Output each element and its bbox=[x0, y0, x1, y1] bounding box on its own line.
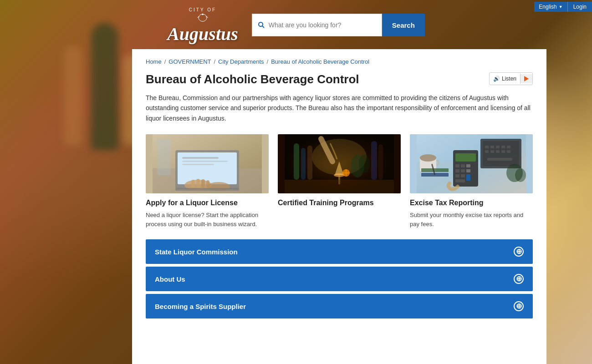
cards-row: Apply for a Liquor License Need a liquor… bbox=[146, 134, 533, 228]
svg-rect-31 bbox=[285, 180, 394, 193]
accordion-icon-1: ⊕ bbox=[514, 274, 524, 284]
listen-button[interactable]: 🔊 Listen bbox=[489, 72, 533, 85]
svg-point-30 bbox=[359, 155, 370, 173]
site-logo[interactable]: CITY OF Augustus bbox=[167, 7, 238, 43]
breadcrumb-home[interactable]: Home bbox=[146, 58, 162, 65]
card-excise-tax[interactable]: Excise Tax Reporting Submit your monthly… bbox=[410, 134, 533, 228]
search-input[interactable] bbox=[269, 21, 376, 29]
svg-rect-60 bbox=[466, 174, 470, 181]
page-description: The Bureau, Commission and our partnersh… bbox=[146, 93, 533, 123]
search-bar: Search bbox=[252, 14, 425, 36]
accordion-label-2: Becoming a Spirits Supplier bbox=[155, 303, 246, 310]
svg-rect-12 bbox=[191, 180, 195, 188]
page-title: Bureau of Alcoholic Beverage Control bbox=[146, 72, 359, 86]
search-button[interactable]: Search bbox=[382, 14, 425, 36]
svg-point-66 bbox=[515, 168, 526, 182]
card-desc-2: Submit your monthly excise tax reports a… bbox=[410, 211, 533, 228]
svg-rect-52 bbox=[455, 164, 459, 167]
plus-icon-0: ⊕ bbox=[516, 248, 522, 255]
svg-rect-39 bbox=[501, 146, 505, 148]
login-button[interactable]: Login bbox=[567, 2, 592, 12]
card-title-2: Excise Tax Reporting bbox=[410, 199, 533, 207]
breadcrumb-government[interactable]: GOVERNMENT bbox=[168, 58, 211, 65]
bartender-image-svg bbox=[278, 134, 401, 193]
logo-city-of-text: CITY OF bbox=[167, 7, 238, 12]
svg-rect-61 bbox=[455, 179, 465, 182]
card-title-1: Certified Training Programs bbox=[278, 199, 401, 207]
svg-rect-54 bbox=[466, 164, 470, 167]
accordion-icon-0: ⊕ bbox=[514, 247, 524, 257]
main-content-panel: Home / GOVERNMENT / City Departments / B… bbox=[132, 49, 546, 364]
svg-rect-46 bbox=[487, 158, 512, 161]
card-image-bartender bbox=[278, 134, 401, 193]
svg-rect-62 bbox=[421, 168, 449, 172]
svg-rect-44 bbox=[501, 150, 505, 153]
listen-right-part bbox=[521, 74, 532, 83]
svg-rect-9 bbox=[182, 164, 214, 165]
svg-rect-23 bbox=[371, 141, 377, 180]
accordion-state-liquor[interactable]: State Liquor Commission ⊕ bbox=[146, 239, 533, 264]
card-image-calculator bbox=[410, 134, 533, 193]
breadcrumb-city-departments[interactable]: City Departments bbox=[218, 58, 264, 65]
page-title-row: Bureau of Alcoholic Beverage Control 🔊 L… bbox=[146, 72, 533, 86]
svg-rect-24 bbox=[378, 144, 383, 180]
site-header: CITY OF Augustus Search bbox=[0, 0, 592, 46]
breadcrumb: Home / GOVERNMENT / City Departments / B… bbox=[146, 58, 533, 65]
svg-rect-20 bbox=[294, 143, 299, 180]
svg-rect-22 bbox=[307, 146, 312, 180]
accordion-icon-2: ⊕ bbox=[514, 301, 524, 311]
plus-icon-2: ⊕ bbox=[516, 303, 522, 310]
bg-bottle-2 bbox=[64, 46, 82, 146]
search-input-wrapper bbox=[252, 14, 382, 36]
svg-rect-43 bbox=[496, 150, 500, 153]
accordion-section: State Liquor Commission ⊕ About Us ⊕ Bec… bbox=[146, 239, 533, 318]
svg-rect-38 bbox=[496, 146, 500, 148]
card-liquor-license[interactable]: Apply for a Liquor License Need a liquor… bbox=[146, 134, 269, 228]
top-bar: English ▼ Login bbox=[534, 0, 592, 14]
plus-icon-1: ⊕ bbox=[516, 275, 522, 283]
language-label: English bbox=[539, 4, 556, 10]
accordion-label-1: About Us bbox=[155, 275, 185, 283]
svg-rect-42 bbox=[490, 150, 494, 153]
logo-bird-icon bbox=[196, 13, 209, 23]
breadcrumb-current: Bureau of Alcoholic Beverage Control bbox=[271, 58, 369, 65]
svg-rect-35 bbox=[483, 141, 519, 166]
laptop-image-svg bbox=[146, 134, 269, 193]
accordion-about-us[interactable]: About Us ⊕ bbox=[146, 267, 533, 291]
logo-name-text: Augustus bbox=[167, 25, 238, 43]
accordion-spirits-supplier[interactable]: Becoming a Spirits Supplier ⊕ bbox=[146, 294, 533, 318]
svg-rect-37 bbox=[490, 146, 494, 148]
accordion-label-0: State Liquor Commission bbox=[155, 248, 238, 256]
chevron-down-icon: ▼ bbox=[559, 5, 563, 9]
svg-rect-13 bbox=[196, 179, 200, 188]
card-desc-0: Need a liquor license? Start the applica… bbox=[146, 211, 269, 228]
svg-rect-53 bbox=[461, 164, 465, 167]
svg-rect-16 bbox=[175, 188, 239, 191]
card-image-laptop bbox=[146, 134, 269, 193]
calculator-image-svg bbox=[410, 134, 533, 193]
listen-label: Listen bbox=[502, 76, 516, 82]
svg-rect-57 bbox=[466, 169, 470, 172]
svg-rect-40 bbox=[507, 146, 510, 148]
svg-rect-58 bbox=[455, 174, 459, 177]
svg-rect-56 bbox=[461, 169, 465, 172]
breadcrumb-sep-2: / bbox=[214, 58, 215, 65]
card-title-0: Apply for a Liquor License bbox=[146, 199, 269, 207]
breadcrumb-sep-3: / bbox=[267, 58, 269, 65]
svg-rect-7 bbox=[182, 157, 219, 159]
svg-point-0 bbox=[259, 22, 263, 26]
svg-rect-17 bbox=[157, 139, 171, 175]
svg-rect-55 bbox=[455, 169, 459, 172]
play-icon bbox=[524, 76, 529, 81]
language-selector[interactable]: English ▼ bbox=[534, 2, 567, 12]
listen-left-part: 🔊 Listen bbox=[490, 74, 521, 84]
svg-rect-59 bbox=[461, 174, 465, 177]
card-certified-training[interactable]: Certified Training Programs bbox=[278, 134, 401, 228]
speaker-icon: 🔊 bbox=[493, 76, 500, 82]
svg-rect-51 bbox=[455, 153, 476, 162]
svg-line-1 bbox=[262, 26, 264, 28]
svg-rect-8 bbox=[182, 161, 228, 162]
breadcrumb-sep-1: / bbox=[164, 58, 166, 65]
svg-point-49 bbox=[420, 154, 436, 162]
svg-rect-41 bbox=[485, 150, 489, 153]
